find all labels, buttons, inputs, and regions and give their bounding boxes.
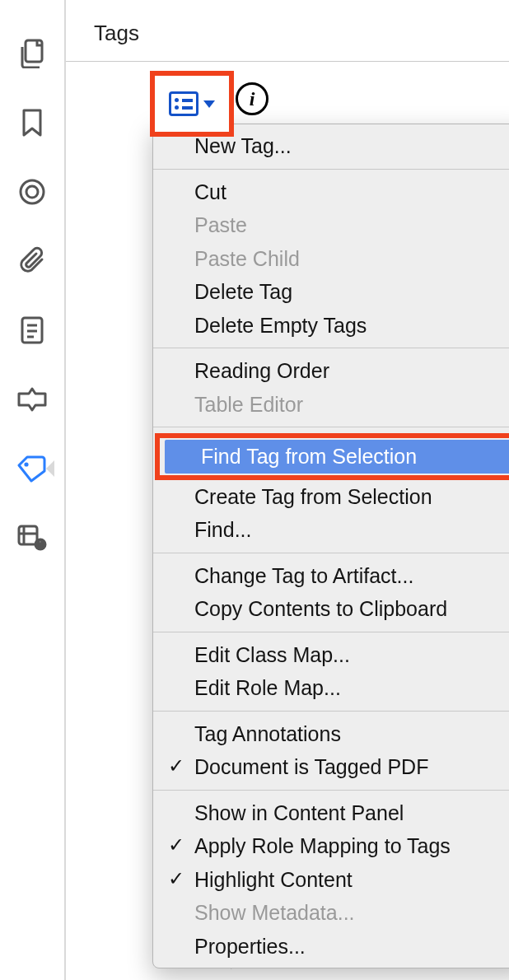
tags-panel: Tags i New Tag... Cut Paste Paste Child …: [66, 0, 509, 980]
menu-item-apply-role-mapping[interactable]: ✓Apply Role Mapping to Tags: [153, 829, 509, 863]
menu-item-find-tag-from-selection[interactable]: Find Tag from Selection: [165, 440, 509, 474]
info-icon[interactable]: i: [236, 82, 269, 115]
menu-item-find[interactable]: Find...: [153, 513, 509, 547]
svg-rect-8: [19, 526, 37, 544]
stamp-icon[interactable]: [16, 383, 49, 416]
menu-item-change-tag-to-artifact[interactable]: Change Tag to Artifact...: [153, 559, 509, 593]
check-icon: ✓: [168, 752, 184, 779]
svg-rect-0: [26, 40, 42, 62]
panel-title: Tags: [66, 0, 509, 61]
menu-item-cut[interactable]: Cut: [153, 175, 509, 209]
menu-item-show-metadata: Show Metadata...: [153, 896, 509, 930]
menu-item-paste: Paste: [153, 208, 509, 242]
menu-item-edit-class-map[interactable]: Edit Class Map...: [153, 638, 509, 672]
info-glyph: i: [250, 88, 255, 110]
list-icon: [169, 91, 198, 116]
menu-item-properties[interactable]: Properties...: [153, 930, 509, 964]
menu-item-create-tag-from-selection[interactable]: Create Tag from Selection: [153, 480, 509, 514]
check-icon: ✓: [168, 831, 184, 858]
menu-item-doc-is-tagged-pdf[interactable]: ✓Document is Tagged PDF: [153, 750, 509, 784]
menu-item-paste-child: Paste Child: [153, 242, 509, 276]
bookmark-icon[interactable]: [16, 106, 49, 139]
menu-item-reading-order[interactable]: Reading Order: [153, 354, 509, 388]
target-icon[interactable]: [16, 175, 49, 208]
menu-item-delete-empty-tags[interactable]: Delete Empty Tags: [153, 309, 509, 343]
chevron-down-icon: [203, 100, 215, 108]
svg-point-2: [26, 186, 38, 198]
menu-item-copy-contents-to-clipboard[interactable]: Copy Contents to Clipboard: [153, 592, 509, 626]
menu-item-tag-annotations[interactable]: Tag Annotations: [153, 717, 509, 751]
pages-icon[interactable]: [16, 37, 49, 70]
context-menu: New Tag... Cut Paste Paste Child Delete …: [152, 124, 509, 968]
menu-item-delete-tag[interactable]: Delete Tag: [153, 275, 509, 309]
vertical-sidebar: i: [0, 0, 66, 980]
tag-icon[interactable]: [16, 452, 49, 485]
highlight-annotation: Find Tag from Selection: [155, 433, 509, 480]
document-icon[interactable]: [16, 314, 49, 347]
attachment-icon[interactable]: [16, 245, 49, 278]
menu-item-table-editor: Table Editor: [153, 388, 509, 422]
svg-point-1: [21, 180, 44, 203]
check-icon: ✓: [168, 865, 184, 892]
list-view-dropdown-button[interactable]: [150, 71, 234, 137]
menu-item-edit-role-map[interactable]: Edit Role Map...: [153, 671, 509, 705]
svg-point-7: [24, 462, 28, 466]
menu-item-highlight-content[interactable]: ✓Highlight Content: [153, 863, 509, 897]
component-info-icon[interactable]: i: [16, 521, 49, 554]
menu-item-show-in-content-panel[interactable]: Show in Content Panel: [153, 796, 509, 830]
